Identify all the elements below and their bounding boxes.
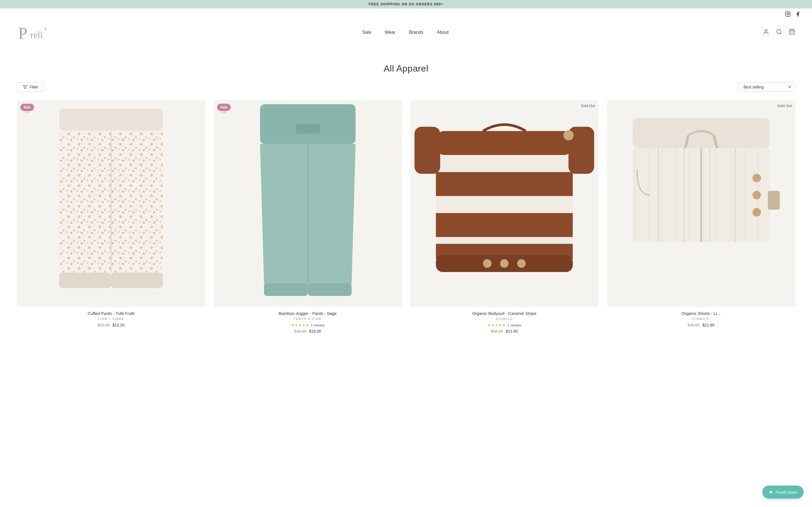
search-icon[interactable] [776,29,782,36]
banner-text: FREE SHIPPING ON US ORDERS $60+ [368,2,444,6]
filter-sort-row: Filter Best selling Price: Low to High P… [0,82,812,100]
svg-rect-31 [436,213,573,237]
product-image-1: Sale [17,100,205,307]
stars-3: ★★★★★ [488,323,506,327]
svg-point-50 [752,191,761,200]
svg-point-2 [789,13,789,13]
review-count-2: 1 review [311,323,324,327]
stars-2: ★★★★★ [291,323,309,327]
logo-svg: P reli [17,21,48,44]
svg-point-1 [787,13,789,15]
product-image-2: Sale [214,100,402,307]
nav-sale[interactable]: Sale [362,30,371,35]
filter-button[interactable]: Filter [17,82,44,92]
product-rating-3: ★★★★★ 1 review [410,323,599,327]
sale-price-3: $21.60 [506,329,518,334]
product-price-3: $36.00 $21.60 [410,329,599,334]
product-brand-2: TENTH & PINE [214,317,402,321]
product-rating-2: ★★★★★ 1 review [214,323,402,327]
original-price-1: $22.00 [98,323,110,327]
facebook-icon[interactable] [795,11,801,18]
filter-label: Filter [30,85,38,89]
instagram-icon[interactable] [785,11,791,18]
sold-out-badge-3: Sold Out [581,104,595,108]
product-card-1[interactable]: Sale [17,100,205,334]
header: P reli Sale Wear Brands About [0,21,812,52]
nav-brands[interactable]: Brands [409,30,423,35]
product-brand-4: KIDWILD [607,317,795,321]
svg-rect-20 [111,273,163,288]
product-card-2[interactable]: Sale [214,100,402,334]
sale-price-4: $21.60 [702,323,714,327]
svg-rect-33 [414,127,440,174]
svg-point-38 [517,259,525,268]
review-count-3: 1 review [507,323,521,327]
product-card-3[interactable]: Sold Out [410,100,599,334]
cart-icon[interactable] [789,29,795,36]
product-name-2: Bamboo Jogger - Pants - Sage [214,311,402,316]
main-nav: Sale Wear Brands About [362,30,449,35]
svg-point-37 [500,259,509,268]
svg-point-39 [563,130,573,140]
product-brand-1: FINN + EMMA [17,317,205,321]
social-bar [0,8,812,21]
svg-rect-23 [296,124,320,134]
svg-text:P: P [18,24,28,43]
svg-rect-42 [633,118,769,148]
sale-badge-2: Sale [217,104,231,111]
original-price-2: $30.00 [294,329,306,334]
svg-rect-18 [59,109,163,130]
sale-price-1: $13.20 [112,323,124,327]
product-illustration-4 [607,100,795,307]
page-title: All Apparel [0,63,812,74]
product-illustration-3 [410,100,599,307]
product-name-3: Organic Bodysuit - Caramel Stripe [410,311,599,316]
product-image-3: Sold Out [410,100,599,307]
svg-rect-30 [436,172,573,196]
svg-rect-25 [308,283,351,296]
svg-rect-52 [768,191,779,210]
original-price-3: $36.00 [491,329,503,334]
nav-about[interactable]: About [437,30,449,35]
svg-point-49 [752,174,761,182]
sold-out-badge-4: Sold Out [777,104,792,108]
header-icons [763,29,795,36]
product-name-4: Organic Shorts - Li... [607,311,795,316]
product-price-2: $30.00 $18.00 [214,329,402,334]
product-price-1: $22.00 $13.20 [17,323,205,327]
svg-point-6 [765,29,767,31]
sort-select[interactable]: Best selling Price: Low to High Price: H… [739,82,795,92]
product-illustration-1 [17,100,205,307]
svg-rect-19 [59,273,111,288]
sale-price-2: $18.00 [309,329,321,334]
svg-line-8 [780,33,781,34]
product-image-4: Sold Out [607,100,795,307]
filter-icon [23,86,28,89]
product-name-1: Cuffed Pants - Tutti Frutti [17,311,205,316]
svg-point-5 [45,29,46,30]
svg-rect-0 [785,12,790,17]
svg-point-51 [752,208,761,216]
sale-badge-1: Sale [20,104,34,111]
svg-text:reli: reli [31,30,43,40]
product-illustration-2 [214,100,402,307]
nav-wear[interactable]: Wear [385,30,396,35]
svg-point-7 [777,29,781,34]
product-card-4[interactable]: Sold Out [607,100,795,334]
original-price-4: $36.00 [688,323,700,327]
svg-rect-24 [264,283,308,296]
logo[interactable]: P reli [17,21,48,44]
product-brand-3: KIDWILD [410,317,599,321]
account-icon[interactable] [763,29,769,36]
product-grid: Sale [0,100,812,350]
svg-rect-22 [260,104,356,144]
svg-rect-29 [436,131,573,155]
top-banner: FREE SHIPPING ON US ORDERS $60+ [0,0,812,8]
product-price-4: $36.00 $21.60 [607,323,795,327]
svg-point-36 [483,259,492,268]
